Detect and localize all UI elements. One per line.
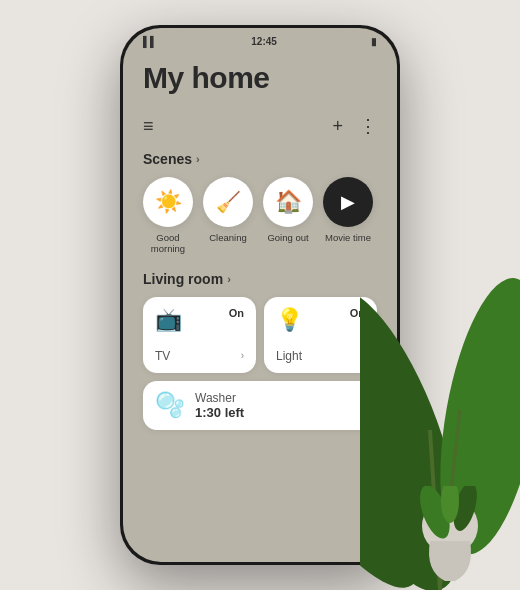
add-icon[interactable]: + [332, 116, 343, 137]
scene-movie-time[interactable]: ▶ Movie time [323, 177, 373, 255]
phone-shell: ▌▌ 12:45 ▮ My home ≡ + ⋮ Scenes › ☀ [120, 25, 400, 565]
scene-cleaning-icon: 🧹 [203, 177, 253, 227]
battery-icon: ▮ [371, 36, 377, 47]
scene-movie-time-icon: ▶ [323, 177, 373, 227]
washer-icon: 🫧 [155, 391, 185, 419]
tv-name: TV [155, 349, 170, 363]
light-name: Light [276, 349, 302, 363]
scenes-chevron: › [196, 153, 200, 165]
washer-card[interactable]: 🫧 Washer 1:30 left › [143, 381, 377, 430]
menu-icon[interactable]: ≡ [143, 116, 154, 137]
scene-movie-time-label: Movie time [325, 232, 371, 243]
scenes-row: ☀️ Goodmorning 🧹 Cleaning 🏠 Going out ▶ … [143, 177, 377, 255]
washer-info: Washer 1:30 left [195, 391, 352, 420]
signal-icon: ▌▌ [143, 36, 157, 47]
page-title: My home [143, 61, 377, 95]
room-header[interactable]: Living room › [143, 271, 377, 287]
scenes-header[interactable]: Scenes › [143, 151, 377, 167]
scene-cleaning[interactable]: 🧹 Cleaning [203, 177, 253, 255]
tv-status: On [229, 307, 244, 319]
tv-card[interactable]: 📺 On TV › [143, 297, 256, 373]
phone-screen: ▌▌ 12:45 ▮ My home ≡ + ⋮ Scenes › ☀ [123, 28, 397, 562]
device-row: 📺 On TV › 💡 On Light [143, 297, 377, 373]
washer-time-remaining: 1:30 left [195, 405, 352, 420]
washer-name: Washer [195, 391, 352, 405]
scenes-label: Scenes [143, 151, 192, 167]
scene-going-out[interactable]: 🏠 Going out [263, 177, 313, 255]
scene-good-morning-icon: ☀️ [143, 177, 193, 227]
room-label: Living room [143, 271, 223, 287]
clock: 12:45 [251, 36, 277, 47]
room-chevron: › [227, 273, 231, 285]
scene-cleaning-label: Cleaning [209, 232, 247, 243]
scene-going-out-icon: 🏠 [263, 177, 313, 227]
more-options-icon[interactable]: ⋮ [359, 115, 377, 137]
toolbar: ≡ + ⋮ [143, 115, 377, 137]
tv-icon: 📺 [155, 307, 182, 333]
scene-going-out-label: Going out [267, 232, 308, 243]
tv-chevron: › [241, 350, 244, 361]
status-bar: ▌▌ 12:45 ▮ [123, 28, 397, 51]
scene-good-morning[interactable]: ☀️ Goodmorning [143, 177, 193, 255]
scene-good-morning-label: Goodmorning [151, 232, 185, 255]
plant-pot-right [410, 486, 490, 590]
light-icon: 💡 [276, 307, 303, 333]
